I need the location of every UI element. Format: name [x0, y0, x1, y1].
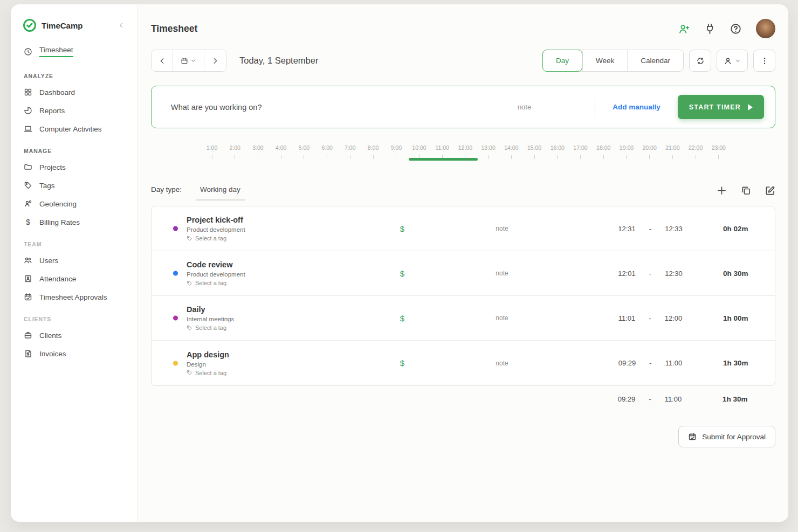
- geofencing-icon: [24, 199, 32, 208]
- billable-toggle[interactable]: $: [383, 314, 421, 323]
- hour-cell: 23:00: [710, 144, 728, 159]
- sidebar-item-projects[interactable]: Projects: [11, 158, 137, 176]
- billable-toggle[interactable]: $: [383, 269, 421, 278]
- sidebar-section-clients: CLIENTS: [11, 306, 137, 326]
- project-color-dot: [173, 271, 178, 276]
- entry-start-time[interactable]: 09:29: [618, 359, 636, 367]
- day-type-tab-working-day[interactable]: Working day: [196, 184, 245, 201]
- sidebar-item-tags[interactable]: Tags: [11, 176, 137, 195]
- tag-picker[interactable]: Select a tag: [187, 324, 383, 331]
- hour-tick: [327, 155, 327, 159]
- entry-start-time[interactable]: 12:01: [618, 270, 636, 278]
- entry-end-time[interactable]: 11:00: [665, 359, 683, 367]
- user-filter-button[interactable]: [717, 50, 748, 72]
- entry-time-range[interactable]: 12:31 - 12:33: [583, 225, 718, 233]
- entry-note-field[interactable]: note: [421, 314, 583, 322]
- table-row[interactable]: App design Design Select a tag $ note 09…: [152, 341, 775, 385]
- sidebar-item-clients[interactable]: Clients: [11, 326, 137, 344]
- billable-toggle[interactable]: $: [383, 358, 421, 368]
- sidebar-item-label: Geofencing: [39, 200, 77, 208]
- entry-time-range[interactable]: 11:01 - 12:00: [583, 314, 718, 322]
- sidebar-item-invoices[interactable]: Invoices: [11, 344, 137, 363]
- billable-toggle[interactable]: $: [383, 224, 421, 233]
- sidebar-item-computer-activities[interactable]: Computer Activities: [11, 120, 137, 138]
- sidebar-item-users[interactable]: Users: [11, 251, 137, 270]
- tag-icon: [187, 280, 192, 286]
- hour-tick: [396, 155, 396, 159]
- sidebar-item-billing-rates[interactable]: $ Billing Rates: [11, 213, 137, 231]
- help-icon: [730, 23, 741, 34]
- day-summary-row: 09:29 - 11:00 1h 30m: [151, 395, 775, 403]
- integrations-button[interactable]: [704, 23, 716, 34]
- timer-note-field[interactable]: note: [518, 103, 531, 111]
- hour-tick: [281, 155, 281, 159]
- more-options-button[interactable]: [753, 50, 775, 72]
- add-manually-button[interactable]: Add manually: [609, 102, 664, 112]
- tag-label: Select a tag: [195, 370, 226, 376]
- sidebar-item-geofencing[interactable]: Geofencing: [11, 195, 137, 213]
- time-range-separator: -: [649, 395, 651, 403]
- sidebar-item-reports[interactable]: Reports: [11, 101, 137, 120]
- brand-name: TimeCamp: [42, 21, 82, 30]
- entry-end-time[interactable]: 12:00: [665, 314, 683, 322]
- table-row[interactable]: Project kick-off Product development Sel…: [152, 206, 775, 251]
- add-entry-button[interactable]: [717, 185, 727, 196]
- submit-for-approval-button[interactable]: Submit for Approval: [678, 426, 775, 447]
- previous-day-button[interactable]: [152, 50, 173, 71]
- hour-tick: [557, 155, 558, 159]
- entry-note-field[interactable]: note: [421, 270, 583, 277]
- sidebar-item-label: Reports: [39, 107, 65, 115]
- hour-cell: 18:00: [594, 144, 613, 159]
- entry-end-time[interactable]: 12:33: [665, 225, 683, 233]
- entry-start-time[interactable]: 12:31: [618, 225, 636, 233]
- hour-tick: [534, 155, 535, 159]
- calendar-picker-button[interactable]: [173, 50, 204, 71]
- view-tab-calendar[interactable]: Calendar: [627, 50, 683, 71]
- refresh-button[interactable]: [689, 50, 711, 72]
- current-date-label: Today, 1 September: [239, 56, 318, 66]
- chevron-left-icon: [118, 22, 125, 29]
- bulk-edit-button[interactable]: [765, 185, 775, 196]
- entry-time-range[interactable]: 09:29 - 11:00: [583, 359, 718, 367]
- chevron-left-icon: [159, 57, 166, 65]
- project-color-dot: [173, 361, 178, 365]
- table-row[interactable]: Daily Internal meetings Select a tag $ n…: [152, 296, 775, 341]
- help-button[interactable]: [730, 23, 741, 34]
- divider: [595, 98, 595, 117]
- entry-note-field[interactable]: note: [421, 225, 583, 232]
- hour-cell: 16:00: [548, 144, 567, 159]
- start-timer-button[interactable]: START TIMER: [678, 95, 764, 119]
- sidebar-item-attendance[interactable]: Attendance: [11, 270, 137, 288]
- tag-picker[interactable]: Select a tag: [187, 280, 383, 286]
- sidebar-item-dashboard[interactable]: Dashboard: [11, 83, 137, 101]
- invite-user-button[interactable]: [678, 23, 690, 34]
- sidebar-collapse-button[interactable]: [116, 20, 127, 31]
- entry-project: Internal meetings: [187, 316, 383, 322]
- tag-picker[interactable]: Select a tag: [187, 235, 383, 241]
- submit-row: Submit for Approval: [151, 426, 775, 447]
- entry-time-range[interactable]: 12:01 - 12:30: [583, 270, 718, 278]
- sidebar-item-timesheet[interactable]: Timesheet: [11, 41, 137, 62]
- timeline-hours: 1:002:003:004:005:006:007:008:009:0010:0…: [203, 144, 728, 159]
- hour-label: 10:00: [412, 144, 426, 151]
- time-range-separator: -: [649, 225, 651, 233]
- entry-end-time[interactable]: 12:30: [665, 270, 683, 278]
- entry-start-time[interactable]: 11:01: [618, 314, 636, 322]
- next-day-button[interactable]: [204, 50, 226, 71]
- view-tab-day[interactable]: Day: [542, 50, 582, 72]
- hour-cell: 1:00: [203, 144, 221, 159]
- sidebar-item-label: Attendance: [39, 275, 76, 283]
- hour-label: 15:00: [527, 144, 541, 151]
- tag-picker[interactable]: Select a tag: [187, 370, 383, 376]
- hour-cell: 7:00: [341, 144, 359, 159]
- view-tab-week[interactable]: Week: [582, 50, 627, 71]
- copy-entries-button[interactable]: [741, 185, 751, 196]
- hour-label: 19:00: [620, 144, 634, 151]
- sidebar-item-timesheet-approvals[interactable]: Timesheet Approvals: [11, 288, 137, 306]
- task-input[interactable]: [170, 102, 518, 112]
- table-row[interactable]: Code review Product development Select a…: [152, 251, 775, 296]
- entry-note-field[interactable]: note: [421, 360, 583, 367]
- sidebar-item-label: Computer Activities: [39, 125, 102, 133]
- avatar[interactable]: [756, 19, 775, 38]
- tag-icon: [187, 325, 192, 331]
